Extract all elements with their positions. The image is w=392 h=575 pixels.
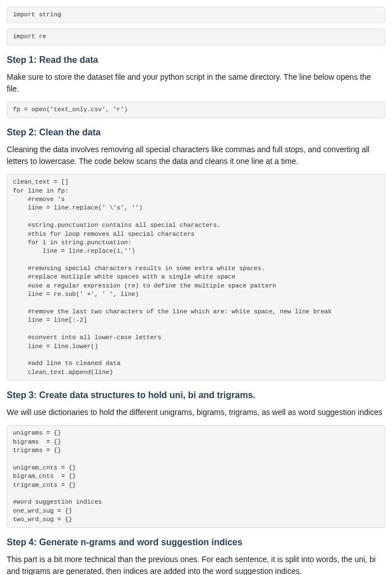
step2-para: Cleaning the data involves removing all …	[7, 144, 385, 167]
step3-code: unigrams = {} bigrams = {} trigrams = {}…	[7, 425, 385, 528]
step3-para: We will use dictionaries to hold the dif…	[7, 407, 385, 418]
step2-code: clean_text = [] for line in fp: #remove …	[7, 174, 385, 381]
step3-heading: Step 3: Create data structures to hold u…	[7, 389, 385, 402]
step2-heading: Step 2: Clean the data	[7, 126, 385, 139]
step1-code: fp = open('text_only.csv', 'r')	[7, 102, 385, 118]
code-import-re: import re	[7, 29, 385, 45]
code-import-string: import string	[7, 7, 385, 23]
step1-heading: Step 1: Read the data	[7, 53, 385, 67]
step4-heading: Step 4: Generate n-grams and word sugges…	[7, 536, 385, 549]
step1-para: Make sure to store the dataset file and …	[7, 71, 385, 95]
step4-para1: This part is a bit more technical than t…	[7, 554, 385, 575]
